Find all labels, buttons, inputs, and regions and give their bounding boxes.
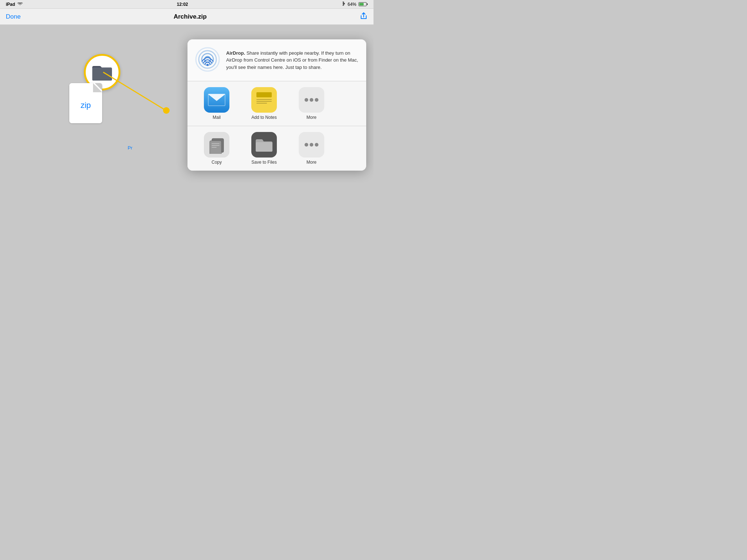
zip-file-container: zip xyxy=(69,83,102,123)
more2-app-item[interactable]: More xyxy=(290,132,333,165)
svg-point-14 xyxy=(310,98,313,102)
battery-percentage: 64% xyxy=(348,2,356,7)
status-left: iPad xyxy=(6,1,23,7)
page-title: Archive.zip xyxy=(174,13,207,20)
files-svg xyxy=(255,137,273,152)
battery-icon xyxy=(359,2,368,6)
preview-text: Pr xyxy=(128,145,132,151)
share-button[interactable] xyxy=(360,12,368,22)
yellow-dot xyxy=(163,107,170,114)
status-time: 12:02 xyxy=(177,2,188,7)
more1-icon xyxy=(299,87,324,113)
bluetooth-icon xyxy=(342,1,345,7)
svg-point-22 xyxy=(305,143,308,147)
copy-label: Copy xyxy=(212,160,222,165)
apps-row-1: Mail Add to Notes xyxy=(187,81,366,126)
nav-bar: Done Archive.zip xyxy=(0,9,374,25)
airdrop-icon xyxy=(195,47,220,74)
airdrop-description: AirDrop. Share instantly with people nea… xyxy=(226,50,359,71)
more1-dots-svg xyxy=(304,97,319,102)
more2-dots-svg xyxy=(304,142,319,147)
notes-app-item[interactable]: Add to Notes xyxy=(242,87,286,120)
notes-label: Add to Notes xyxy=(251,115,276,120)
zip-file-icon: zip xyxy=(69,83,102,123)
device-label: iPad xyxy=(6,2,15,7)
svg-text:zip: zip xyxy=(81,101,91,110)
airdrop-section[interactable]: AirDrop. Share instantly with people nea… xyxy=(187,39,366,81)
done-button[interactable]: Done xyxy=(6,13,21,20)
content-area: zip Pr xyxy=(0,25,374,280)
more1-label: More xyxy=(306,115,316,120)
svg-point-24 xyxy=(315,143,318,147)
more1-app-item[interactable]: More xyxy=(290,87,333,120)
file-svg: zip xyxy=(69,83,102,123)
notes-icon xyxy=(251,87,277,113)
savetofiles-app-item[interactable]: Save to Files xyxy=(242,132,286,165)
more2-icon xyxy=(299,132,324,158)
copy-icon xyxy=(204,132,229,158)
folder-svg xyxy=(92,63,113,81)
copy-app-item[interactable]: Copy xyxy=(195,132,239,165)
wifi-icon xyxy=(17,1,23,7)
status-right: 64% xyxy=(342,1,368,7)
mail-icon xyxy=(204,87,229,113)
apps-row-2: Copy Save to Files xyxy=(187,126,366,171)
mail-label: Mail xyxy=(213,115,221,120)
copy-svg xyxy=(208,136,225,154)
svg-point-10 xyxy=(206,64,209,66)
svg-rect-4 xyxy=(92,69,112,81)
svg-rect-21 xyxy=(256,142,272,152)
share-sheet: AirDrop. Share instantly with people nea… xyxy=(187,39,366,171)
mail-app-item[interactable]: Mail xyxy=(195,87,239,120)
status-bar: iPad 12:02 64% xyxy=(0,0,374,9)
savetofiles-label: Save to Files xyxy=(251,160,276,165)
airdrop-svg xyxy=(195,47,220,72)
svg-point-15 xyxy=(315,98,318,102)
svg-point-23 xyxy=(310,143,313,147)
more2-label: More xyxy=(306,160,316,165)
svg-point-13 xyxy=(305,98,308,102)
mail-svg xyxy=(208,93,226,106)
files-icon xyxy=(251,132,277,158)
